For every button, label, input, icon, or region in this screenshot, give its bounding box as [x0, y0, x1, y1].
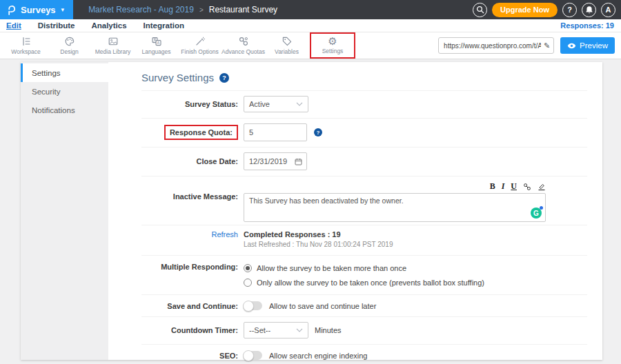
- account-avatar[interactable]: A: [601, 3, 615, 17]
- help-button[interactable]: ?: [562, 3, 577, 17]
- underline-button[interactable]: U: [511, 181, 517, 192]
- gear-icon: ⚙: [328, 36, 337, 46]
- menu-item-integration[interactable]: Integration: [144, 21, 184, 30]
- radio-unselected-icon[interactable]: [244, 279, 252, 287]
- survey-status-row: Survey Status: Active: [141, 91, 587, 119]
- settings-highlight-box: ⚙ Settings: [310, 32, 355, 59]
- title-row: Survey Settings ?: [141, 72, 587, 91]
- settings-content: Survey Settings ? Survey Status: Active …: [108, 62, 602, 360]
- seo-toggle[interactable]: [244, 351, 262, 360]
- calendar-icon[interactable]: [295, 158, 302, 165]
- sidebar-item-settings[interactable]: Settings: [21, 63, 108, 82]
- refresh-row: Refresh Completed Responses : 19 Last Re…: [141, 225, 587, 256]
- links-icon: [238, 36, 249, 47]
- workspace-icon: [21, 36, 32, 47]
- survey-url[interactable]: https://www.questionpro.com/t/APNrFZ: [444, 42, 541, 50]
- tool-settings[interactable]: ⚙ Settings: [315, 34, 350, 56]
- tool-media-library[interactable]: Media Library: [91, 34, 135, 57]
- sidebar-item-notifications[interactable]: Notifications: [21, 101, 108, 119]
- edit-toolbar: Workspace Design Media Library A Languag…: [0, 32, 621, 59]
- save-continue-label: Save and Continue:: [141, 302, 238, 310]
- response-quota-label: Response Quota:: [164, 125, 238, 140]
- countdown-timer-label: Countdown Timer:: [141, 326, 238, 334]
- response-quota-row: Response Quota: 5 ?: [141, 119, 587, 148]
- preview-button[interactable]: Preview: [560, 37, 615, 54]
- survey-menu-bar: Edit Distribute Analytics Integration Re…: [0, 19, 621, 32]
- bell-icon: [585, 6, 593, 14]
- sidebar-item-security[interactable]: Security: [21, 82, 108, 101]
- radio-allow-once[interactable]: Only allow the survey to be taken once (…: [244, 279, 484, 287]
- seo-text: Allow search engine indexing: [269, 352, 367, 360]
- tool-advance-quotas[interactable]: Advance Quotas: [221, 34, 265, 57]
- menu-item-analytics[interactable]: Analytics: [91, 21, 126, 30]
- save-continue-row: Save and Continue: Allow to save and con…: [141, 295, 587, 317]
- close-date-input[interactable]: 12/31/2019: [244, 152, 307, 170]
- inactive-message-label: Inactive Message:: [141, 181, 238, 201]
- tool-variables[interactable]: Variables: [265, 34, 308, 57]
- multiple-responding-row: Multiple Responding: Allow the survey to…: [141, 256, 587, 295]
- seo-row: SEO: Allow search engine indexing: [141, 345, 587, 364]
- edit-url-icon[interactable]: ✎: [544, 41, 550, 50]
- tool-languages[interactable]: A Languages: [135, 34, 178, 57]
- breadcrumb-parent[interactable]: Market Research - Aug 2019: [88, 5, 194, 14]
- tool-finish-options[interactable]: Finish Options: [178, 34, 221, 57]
- settings-card: Settings Security Notifications Survey S…: [21, 62, 602, 360]
- upgrade-now-button[interactable]: Upgrade Now: [492, 3, 558, 17]
- completed-responses: Completed Responses : 19: [244, 230, 393, 239]
- svg-text:A: A: [157, 41, 159, 45]
- save-continue-text: Allow to save and continue later: [269, 302, 376, 310]
- surveys-menu-button[interactable]: Surveys ▾: [0, 0, 73, 19]
- translate-icon: A: [151, 36, 162, 47]
- multiple-responding-label: Multiple Responding:: [141, 263, 238, 271]
- breadcrumb-current: Restaurant Survey: [209, 5, 277, 14]
- tool-design[interactable]: Design: [48, 34, 91, 57]
- survey-url-field[interactable]: https://www.questionpro.com/t/APNrFZ ✎: [438, 37, 554, 54]
- wand-icon: [195, 36, 206, 47]
- link-icon[interactable]: [523, 183, 531, 191]
- save-continue-toggle[interactable]: [244, 301, 262, 310]
- questionpro-logo-icon: [7, 5, 16, 15]
- page-background: Settings Security Notifications Survey S…: [0, 59, 621, 364]
- seo-label: SEO:: [141, 352, 238, 360]
- responses-count[interactable]: Responses: 19: [560, 21, 614, 30]
- inactive-message-row: Inactive Message: B I U This: [141, 176, 587, 225]
- notifications-button[interactable]: [582, 3, 596, 17]
- search-icon: [476, 6, 484, 14]
- tool-workspace[interactable]: Workspace: [4, 34, 48, 57]
- breadcrumb: Market Research - Aug 2019 > Restaurant …: [88, 5, 277, 14]
- countdown-timer-select[interactable]: --Set--: [244, 322, 308, 338]
- minutes-label: Minutes: [315, 326, 342, 334]
- tag-icon: [282, 36, 293, 47]
- clear-format-icon[interactable]: [538, 183, 546, 191]
- top-navigation-bar: Surveys ▾ Market Research - Aug 2019 > R…: [0, 0, 621, 19]
- survey-status-select[interactable]: Active: [244, 96, 308, 112]
- close-date-row: Close Date: 12/31/2019: [141, 148, 587, 176]
- image-icon: [108, 36, 119, 47]
- palette-icon: [64, 36, 75, 47]
- chevron-down-icon: [296, 102, 303, 106]
- menu-item-distribute[interactable]: Distribute: [38, 21, 75, 30]
- chevron-down-icon: ▾: [61, 6, 65, 13]
- settings-sidebar: Settings Security Notifications: [21, 62, 108, 360]
- last-refreshed: Last Refreshed : Thu Nov 28 01:00:24 PST…: [244, 241, 393, 248]
- product-label: Surveys: [21, 5, 56, 15]
- survey-status-label: Survey Status:: [141, 100, 238, 108]
- eye-icon: [567, 43, 576, 49]
- menu-item-edit[interactable]: Edit: [6, 21, 21, 30]
- page-title: Survey Settings: [141, 72, 214, 83]
- countdown-timer-row: Countdown Timer: --Set-- Minutes: [141, 317, 587, 345]
- breadcrumb-separator: >: [199, 6, 204, 14]
- quota-help-icon[interactable]: ?: [314, 128, 322, 136]
- bold-button[interactable]: B: [490, 181, 495, 192]
- close-date-label: Close Date:: [141, 157, 238, 165]
- refresh-link[interactable]: Refresh: [211, 230, 238, 239]
- radio-selected-icon[interactable]: [244, 264, 252, 272]
- title-help-icon[interactable]: ?: [219, 73, 229, 83]
- italic-button[interactable]: I: [502, 181, 505, 192]
- search-button[interactable]: [473, 3, 487, 17]
- radio-allow-multiple[interactable]: Allow the survey to be taken more than o…: [244, 264, 484, 272]
- response-quota-input[interactable]: 5: [244, 123, 307, 141]
- format-toolbar: B I U: [244, 181, 546, 193]
- grammarly-icon[interactable]: G: [531, 208, 542, 219]
- inactive-message-textarea[interactable]: This Survey has been deactivated by the …: [244, 193, 546, 222]
